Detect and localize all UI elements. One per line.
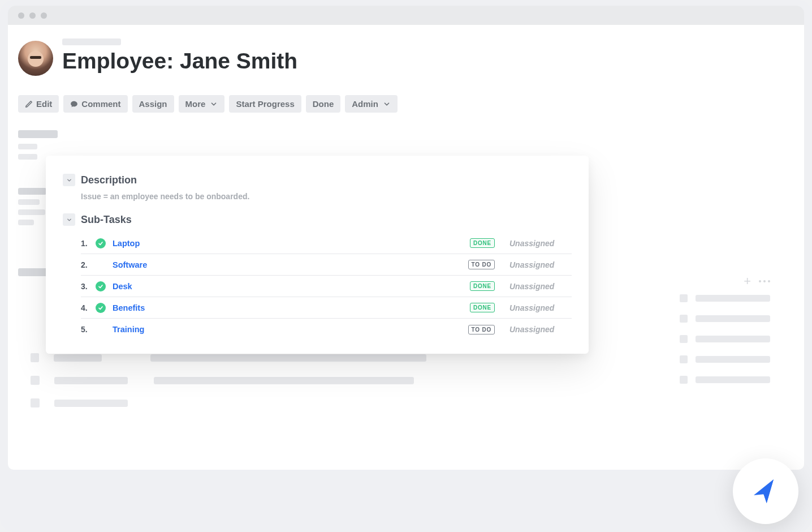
page-title: Employee: Jane Smith	[62, 49, 297, 74]
device-frame: Employee: Jane Smith Edit Comment Assign…	[0, 0, 812, 532]
check-circle-icon	[96, 324, 106, 334]
skeleton	[18, 188, 46, 195]
app-launcher-button[interactable]	[733, 458, 798, 524]
assign-label: Assign	[139, 99, 167, 109]
subtask-row[interactable]: 4. Benefits DONE Unassigned	[81, 297, 572, 319]
subtask-number: 4.	[81, 303, 91, 312]
list-item	[680, 315, 770, 323]
traffic-light-zoom[interactable]	[41, 12, 47, 19]
app-window: Employee: Jane Smith Edit Comment Assign…	[8, 25, 804, 470]
assignee: Unassigned	[509, 282, 572, 291]
window-titlebar	[8, 6, 804, 25]
assignee: Unassigned	[509, 260, 572, 269]
status-badge: TO DO	[468, 325, 495, 334]
comment-icon	[70, 100, 78, 108]
description-body: Issue = an employee needs to be onboarde…	[46, 190, 589, 213]
skeleton	[18, 144, 37, 149]
more-button[interactable]: More	[179, 95, 225, 113]
paper-plane-icon	[750, 475, 781, 507]
list-item	[680, 335, 770, 343]
subtask-link[interactable]: Benefits	[113, 303, 145, 312]
comment-button[interactable]: Comment	[63, 95, 127, 113]
subtask-row[interactable]: 2. Software TO DO Unassigned	[81, 254, 572, 276]
chevron-down-icon	[383, 100, 391, 108]
more-icon[interactable]	[759, 280, 770, 282]
done-button[interactable]: Done	[306, 95, 341, 113]
subtask-row[interactable]: 3. Desk DONE Unassigned	[81, 276, 572, 297]
list-item	[680, 294, 770, 302]
chevron-down-icon	[66, 177, 72, 183]
toolbar: Edit Comment Assign More Start Progress …	[18, 95, 398, 113]
check-circle-icon	[96, 238, 106, 248]
side-panel-actions: +	[744, 274, 770, 289]
edit-button[interactable]: Edit	[18, 95, 59, 113]
chevron-down-icon	[66, 217, 72, 223]
skeleton	[18, 199, 40, 205]
check-circle-icon	[96, 260, 106, 270]
start-progress-label: Start Progress	[236, 99, 294, 109]
assignee: Unassigned	[509, 303, 572, 312]
assignee: Unassigned	[509, 239, 572, 248]
check-circle-icon	[96, 281, 106, 291]
subtask-link[interactable]: Laptop	[113, 239, 140, 248]
status-badge: TO DO	[468, 260, 495, 269]
admin-label: Admin	[352, 99, 378, 109]
subtask-number: 2.	[81, 260, 91, 269]
detail-card: Description Issue = an employee needs to…	[46, 156, 589, 354]
collapse-button[interactable]	[63, 174, 75, 186]
description-heading: Description	[81, 174, 137, 186]
header: Employee: Jane Smith	[18, 34, 297, 76]
detail-list	[31, 353, 426, 407]
assign-button[interactable]: Assign	[132, 95, 174, 113]
subtask-number: 5.	[81, 325, 91, 334]
subtasks-section-header: Sub-Tasks	[46, 213, 589, 226]
subtask-number: 1.	[81, 239, 91, 248]
title-stack: Employee: Jane Smith	[62, 36, 297, 74]
check-circle-icon	[96, 303, 106, 313]
status-badge: DONE	[470, 238, 495, 248]
list-item	[31, 353, 426, 362]
list-item	[31, 398, 426, 407]
collapse-button[interactable]	[63, 213, 75, 226]
status-badge: DONE	[470, 303, 495, 312]
skeleton	[18, 209, 45, 215]
subtask-link[interactable]: Training	[113, 325, 144, 334]
list-item	[680, 355, 770, 363]
assignee: Unassigned	[509, 325, 572, 334]
start-progress-button[interactable]: Start Progress	[229, 95, 301, 113]
skeleton	[18, 220, 34, 225]
subtask-number: 3.	[81, 282, 91, 291]
description-section-header: Description	[46, 174, 589, 186]
skeleton	[18, 130, 58, 138]
more-label: More	[185, 99, 206, 109]
pencil-icon	[25, 100, 33, 108]
subtasks-list: 1. Laptop DONE Unassigned 2. Software TO…	[46, 229, 589, 340]
subtask-link[interactable]: Software	[113, 260, 147, 269]
side-panel-list	[680, 294, 770, 384]
plus-icon[interactable]: +	[744, 274, 751, 289]
subtask-row[interactable]: 5. Training TO DO Unassigned	[81, 319, 572, 340]
traffic-light-minimize[interactable]	[29, 12, 36, 19]
subtask-link[interactable]: Desk	[113, 282, 132, 291]
comment-label: Comment	[81, 99, 120, 109]
edit-label: Edit	[36, 99, 52, 109]
subtasks-heading: Sub-Tasks	[81, 214, 132, 226]
done-label: Done	[313, 99, 334, 109]
chevron-down-icon	[210, 100, 218, 108]
admin-button[interactable]: Admin	[345, 95, 398, 113]
breadcrumb-placeholder	[62, 38, 121, 45]
skeleton	[18, 154, 37, 160]
list-item	[680, 376, 770, 384]
subtask-row[interactable]: 1. Laptop DONE Unassigned	[81, 233, 572, 254]
status-badge: DONE	[470, 281, 495, 291]
list-item	[31, 376, 426, 385]
traffic-light-close[interactable]	[18, 12, 24, 19]
avatar[interactable]	[18, 41, 53, 76]
